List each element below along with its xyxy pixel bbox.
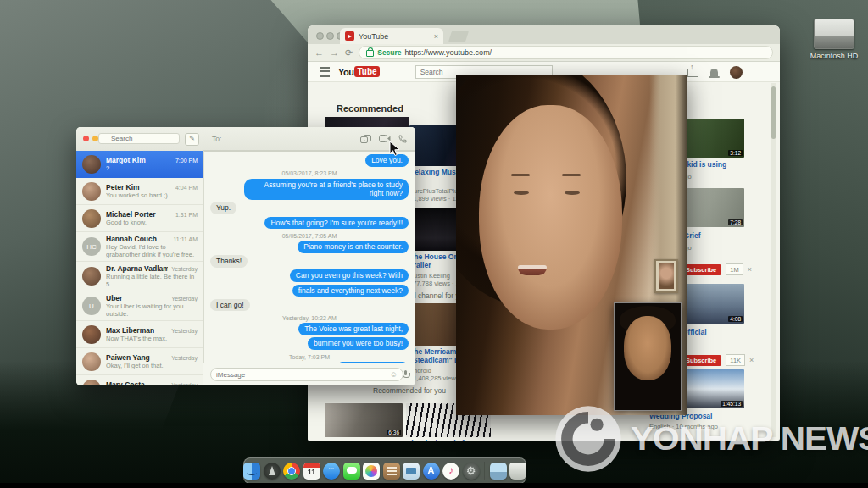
conversation-row[interactable]: Dr. Aparna VadlamaniYesterdayRunning a l…	[76, 262, 203, 291]
facetime-icon[interactable]	[343, 463, 360, 480]
duration-badge: 4:08	[728, 316, 743, 322]
downloads-icon[interactable]	[490, 463, 507, 480]
avatar	[82, 352, 101, 371]
incoming-bubble: Yup.	[210, 202, 236, 214]
trash-icon[interactable]	[509, 463, 526, 480]
video-title[interactable]: Nug	[325, 440, 403, 441]
calendar-icon[interactable]: 11	[303, 463, 320, 480]
conversation-row[interactable]: Margot Kim7:00 PM?	[76, 151, 203, 178]
facetime-video-detail	[562, 174, 581, 176]
conversation-row[interactable]: Paiwen YangYesterdayOkay, I'll get on th…	[76, 348, 203, 375]
facetime-self-view[interactable]	[614, 302, 682, 411]
preview-icon[interactable]	[403, 463, 420, 480]
message-preview: Running a little late. Be there in 5.	[106, 273, 198, 288]
youtube-favicon	[345, 31, 354, 41]
subscriber-count: 11K	[726, 354, 745, 366]
avatar	[82, 209, 101, 228]
video-thumbnail[interactable]: 6:36	[325, 403, 403, 437]
incoming-bubble: I can go!	[210, 299, 250, 312]
to-label: To:	[212, 135, 221, 143]
scrollbar-thumb[interactable]	[771, 86, 776, 139]
account-avatar[interactable]	[730, 66, 743, 79]
calendar-day: 11	[303, 468, 320, 476]
date-separator: 05/03/2017, 8:23 PM	[282, 170, 337, 176]
compose-button[interactable]: ✎	[185, 133, 199, 146]
contact-name: Dr. Aparna Vadlamani	[106, 264, 168, 273]
youtube-logo[interactable]: You Tube	[338, 66, 380, 77]
facetime-call-window	[456, 75, 687, 415]
duration-badge: 6:36	[387, 430, 401, 435]
message-time: Yesterday	[171, 355, 198, 361]
conversation-row[interactable]: Michael Porter1:31 PMGood to know.	[76, 205, 203, 232]
message-preview: Your Uber is waiting for you outside.	[106, 302, 198, 318]
tab-close-icon[interactable]: ×	[434, 32, 438, 41]
tab-youtube[interactable]: YouTube ×	[340, 28, 443, 44]
conversation-row[interactable]: UUberYesterdayYour Uber is waiting for y…	[76, 291, 203, 321]
system-preferences-icon[interactable]	[463, 463, 480, 480]
date-separator: Yesterday, 10:22 AM	[282, 315, 337, 321]
facetime-caller-face	[479, 105, 622, 330]
url-text: https://www.youtube.com/	[405, 48, 492, 57]
new-tab-button[interactable]	[448, 30, 470, 42]
address-bar[interactable]: Secure https://www.youtube.com/	[359, 46, 773, 59]
desktop-volume-macintosh-hd[interactable]: Macintosh HD	[804, 19, 865, 60]
tab-strip: YouTube ×	[308, 25, 780, 44]
emoji-icon[interactable]: ☺	[390, 370, 398, 379]
window-minimize-button[interactable]	[326, 32, 334, 40]
messages-icon[interactable]	[323, 463, 340, 480]
conversation-list: Margot Kim7:00 PM?Peter Kim4:04 PMYou wo…	[76, 151, 204, 385]
window-close-button[interactable]	[83, 136, 89, 141]
launchpad-icon[interactable]	[264, 463, 281, 480]
chat-pane: To: Love you.05/03/2017, 8:23 PMAssumi	[203, 127, 415, 385]
facetime-video-detail	[518, 265, 547, 275]
contact-name: Peter Kim	[106, 183, 140, 191]
picture-frame	[654, 259, 678, 293]
logo-you: You	[338, 67, 353, 77]
menu-icon[interactable]	[320, 67, 330, 77]
date-separator: 05/05/2017, 7:05 AM	[282, 233, 337, 239]
message-preview: Good to know.	[106, 219, 198, 226]
dismiss-icon[interactable]: ×	[749, 356, 754, 364]
photos-icon[interactable]	[363, 463, 380, 480]
outgoing-bubble: Can you even go this week? With	[290, 269, 409, 282]
imessage-input[interactable]	[210, 368, 403, 381]
upload-icon[interactable]	[687, 69, 698, 77]
window-close-button[interactable]	[316, 32, 324, 40]
subscribe-button[interactable]: Subscribe	[681, 264, 721, 275]
app-store-icon[interactable]	[423, 463, 440, 480]
volume-label: Macintosh HD	[804, 52, 865, 60]
conversation-row[interactable]: Peter Kim4:04 PMYou worked so hard ;)	[76, 178, 203, 205]
recommended-heading: Recommended	[337, 103, 403, 114]
notifications-bell-icon[interactable]	[710, 69, 718, 76]
conversation-row[interactable]: HCHannah Couch11:11 AMHey David, I'd lov…	[76, 232, 203, 262]
mouse-cursor	[389, 141, 400, 160]
message-preview: Now THAT's the max.	[106, 335, 198, 342]
contacts-icon[interactable]	[383, 463, 400, 480]
screen-share-icon[interactable]	[360, 135, 371, 143]
window-minimize-button[interactable]	[92, 136, 98, 141]
avatar: HC	[82, 237, 101, 256]
microphone-icon[interactable]	[403, 370, 409, 379]
chrome-icon[interactable]	[283, 463, 300, 480]
watermark-text: YONHAP NEWS	[631, 420, 868, 458]
itunes-icon[interactable]	[442, 463, 459, 480]
dismiss-icon[interactable]: ×	[748, 265, 752, 274]
scrollbar[interactable]	[771, 83, 776, 437]
message-time: 4:04 PM	[175, 185, 198, 191]
conversation-row[interactable]: Mary CostaYesterdayThat's hilarious.	[76, 375, 203, 385]
forward-icon[interactable]: →	[330, 48, 339, 58]
message-preview: ?	[106, 164, 198, 172]
reload-icon[interactable]: ⟳	[345, 48, 353, 58]
back-icon[interactable]: ←	[314, 48, 324, 58]
subscribe-button[interactable]: Subscribe	[681, 355, 721, 366]
recommended-for-you-label: Recommended for you	[373, 386, 446, 395]
chat-header: To:	[203, 127, 415, 151]
conversation-search-input[interactable]	[98, 133, 180, 144]
message-time: Yesterday	[171, 382, 198, 385]
subscribe-row: Subscribe 11K ×	[681, 354, 754, 366]
finder-icon[interactable]	[243, 463, 260, 480]
video-title[interactable]: Classical Music for Studying	[406, 440, 491, 441]
subscriber-count: 1M	[726, 263, 743, 275]
contact-name: Uber	[106, 294, 122, 302]
conversation-row[interactable]: Max LibermanYesterdayNow THAT's the max.	[76, 321, 203, 348]
